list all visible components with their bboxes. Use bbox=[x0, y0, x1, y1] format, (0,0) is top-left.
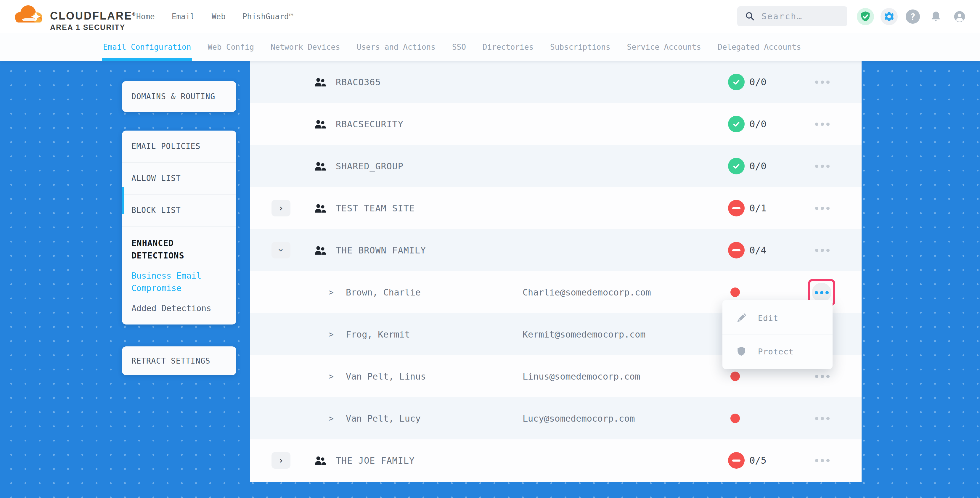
group-name: THE JOE FAMILY bbox=[336, 439, 415, 481]
group-name: TEST TEAM SITE bbox=[336, 187, 415, 229]
group-icon bbox=[315, 204, 326, 213]
top-nav-phishguard[interactable]: PhishGuard™ bbox=[242, 12, 293, 21]
group-icon bbox=[315, 162, 326, 171]
group-name: RBACSECURITY bbox=[336, 103, 404, 145]
person-name: Frog, Kermit bbox=[346, 313, 410, 355]
avatar-icon bbox=[954, 11, 966, 22]
settings-button[interactable] bbox=[881, 8, 898, 25]
shield-check-icon bbox=[859, 11, 871, 22]
gear-icon bbox=[883, 11, 895, 22]
table-row: > Van Pelt, Lucy Lucy@somedemocorp.com bbox=[250, 397, 862, 439]
question-mark-icon: ? bbox=[906, 10, 920, 24]
protected-count: 0/0 bbox=[749, 145, 767, 187]
group-icon bbox=[315, 78, 326, 87]
row-actions-button[interactable] bbox=[815, 397, 830, 439]
top-nav-web[interactable]: Web bbox=[212, 12, 226, 21]
group-icon bbox=[315, 456, 326, 465]
sidebar-item-block-list[interactable]: BLOCK LIST bbox=[122, 194, 236, 226]
app-header: CLOUDFLARE® AREA 1 SECURITY Home Email W… bbox=[0, 0, 980, 33]
brand-name: CLOUDFLARE® bbox=[50, 9, 136, 21]
cloudflare-cloud-icon bbox=[13, 3, 48, 29]
menu-item-label: Protect bbox=[758, 347, 794, 356]
tab-network-devices[interactable]: Network Devices bbox=[270, 33, 340, 61]
bell-icon bbox=[930, 11, 942, 22]
active-item-indicator bbox=[122, 187, 124, 214]
group-name: SHARED_GROUP bbox=[336, 145, 404, 187]
sidebar-item-added-detections[interactable]: Added Detections bbox=[132, 302, 227, 315]
row-actions-button[interactable] bbox=[815, 187, 830, 229]
brand-text: CLOUDFLARE® AREA 1 SECURITY bbox=[50, 3, 136, 32]
row-actions-button[interactable] bbox=[815, 61, 830, 103]
shield-icon bbox=[736, 346, 747, 357]
sidebar-item-label: EMAIL POLICIES bbox=[132, 142, 200, 151]
person-email: Charlie@somedemocorp.com bbox=[523, 271, 651, 313]
table-row: › TEST TEAM SITE 0/1 bbox=[250, 187, 862, 229]
person-name: Van Pelt, Linus bbox=[346, 355, 426, 397]
member-marker: > bbox=[329, 271, 334, 313]
sidebar-item-domains-routing[interactable]: DOMAINS & ROUTING bbox=[132, 92, 215, 101]
pencil-icon bbox=[736, 313, 747, 323]
cloudflare-logo: CLOUDFLARE® AREA 1 SECURITY bbox=[13, 3, 136, 32]
group-icon bbox=[315, 246, 326, 255]
group-icon bbox=[315, 119, 326, 129]
search-input[interactable] bbox=[762, 11, 838, 21]
tab-sso[interactable]: SSO bbox=[452, 33, 466, 61]
notifications-button[interactable] bbox=[927, 8, 945, 25]
group-name: THE BROWN FAMILY bbox=[336, 229, 426, 271]
sidebar-item-business-email-compromise[interactable]: Business Email Compromise bbox=[132, 270, 205, 294]
tab-web-config[interactable]: Web Config bbox=[208, 33, 254, 61]
chevron-down-icon: › bbox=[277, 248, 285, 253]
top-nav-email[interactable]: Email bbox=[172, 12, 195, 21]
groups-users-table: RBACO365 0/0 RBACSECURITY 0/0 SHARED_GRO… bbox=[250, 61, 862, 482]
person-email: Kermit@somedemocorp.com bbox=[523, 313, 646, 355]
tab-subscriptions[interactable]: Subscriptions bbox=[550, 33, 611, 61]
sidebar-item-email-policies[interactable]: EMAIL POLICIES bbox=[122, 130, 236, 162]
menu-item-protect[interactable]: Protect bbox=[722, 334, 832, 368]
sidebar-card-retract-settings[interactable]: RETRACT SETTINGS bbox=[122, 347, 236, 375]
row-actions-button[interactable] bbox=[815, 439, 830, 481]
expand-row-button[interactable]: › bbox=[272, 200, 290, 216]
person-email: Lucy@somedemocorp.com bbox=[523, 397, 635, 439]
menu-item-edit[interactable]: Edit bbox=[722, 301, 832, 334]
tab-delegated-accounts[interactable]: Delegated Accounts bbox=[718, 33, 801, 61]
protected-count: 0/1 bbox=[749, 187, 767, 229]
tab-directories[interactable]: Directories bbox=[483, 33, 533, 61]
protected-count: 0/4 bbox=[749, 229, 767, 271]
tab-users-and-actions[interactable]: Users and Actions bbox=[357, 33, 436, 61]
tab-service-accounts[interactable]: Service Accounts bbox=[627, 33, 701, 61]
expand-row-button[interactable]: › bbox=[272, 452, 290, 469]
search-icon bbox=[745, 11, 755, 21]
sidebar-item-enhanced-detections[interactable]: ENHANCED DETECTIONS bbox=[132, 237, 208, 262]
sidebar-item-allow-list[interactable]: ALLOW LIST bbox=[122, 162, 236, 194]
sidebar-item-label: ALLOW LIST bbox=[132, 174, 181, 183]
account-button[interactable] bbox=[951, 8, 968, 25]
security-status-icon[interactable] bbox=[857, 8, 874, 25]
status-protected-icon bbox=[728, 158, 745, 174]
protected-count: 0/0 bbox=[749, 103, 767, 145]
row-actions-button[interactable] bbox=[815, 145, 830, 187]
help-button[interactable]: ? bbox=[904, 8, 921, 25]
tab-email-configuration[interactable]: Email Configuration bbox=[103, 33, 191, 61]
menu-item-label: Edit bbox=[758, 313, 778, 323]
status-unprotected-dot bbox=[730, 414, 740, 423]
search-box[interactable] bbox=[737, 6, 847, 26]
chevron-right-icon: › bbox=[278, 204, 284, 213]
status-unprotected-dot bbox=[730, 288, 740, 297]
top-nav-home[interactable]: Home bbox=[136, 12, 155, 21]
person-email: Linus@somedemocorp.com bbox=[523, 355, 640, 397]
brand-subtitle: AREA 1 SECURITY bbox=[50, 23, 136, 32]
collapse-row-button[interactable]: › bbox=[272, 242, 290, 258]
row-actions-button[interactable] bbox=[815, 103, 830, 145]
sidebar-item-retract-settings[interactable]: RETRACT SETTINGS bbox=[132, 356, 210, 365]
member-marker: > bbox=[329, 397, 334, 439]
member-marker: > bbox=[329, 313, 334, 355]
chevron-right-icon: › bbox=[278, 456, 284, 465]
status-blocked-icon bbox=[728, 242, 745, 258]
sidebar-card-email-policies: EMAIL POLICIES ALLOW LIST BLOCK LIST ENH… bbox=[122, 130, 236, 325]
group-name: RBACO365 bbox=[336, 61, 381, 103]
row-actions-button[interactable] bbox=[815, 229, 830, 271]
sidebar-item-label: BLOCK LIST bbox=[132, 206, 181, 215]
sidebar-card-domains-routing[interactable]: DOMAINS & ROUTING bbox=[122, 81, 236, 112]
table-row: RBACSECURITY 0/0 bbox=[250, 103, 862, 145]
row-context-menu: Edit Protect bbox=[722, 300, 832, 369]
